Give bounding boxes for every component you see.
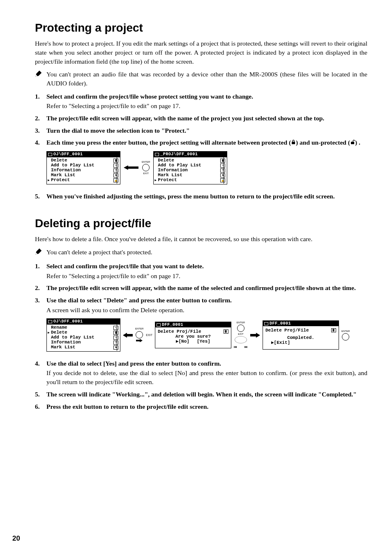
lcd-title-text: OJ\DFF_0001 xyxy=(53,319,83,324)
s1-step1: 1. Select and confirm the project/file w… xyxy=(35,92,367,111)
svg-rect-2 xyxy=(292,142,295,144)
step-number: 4. xyxy=(35,359,46,368)
svg-marker-7 xyxy=(123,333,133,338)
trash-icon: 🗑 xyxy=(331,328,336,332)
scrollbar xyxy=(224,157,226,184)
step-bold: Select and confirm the project/file whos… xyxy=(46,92,367,101)
dial-icon xyxy=(237,325,244,332)
step-number: 3. xyxy=(35,296,46,305)
lcd-item: Delete xyxy=(155,158,174,163)
lcd-item: Mark List xyxy=(48,345,75,350)
lock-closed-icon xyxy=(291,138,296,143)
section1-note: You can't protect an audio file that was… xyxy=(35,70,367,88)
enter-label: ENTER xyxy=(341,329,350,333)
section2-note: You can't delete a project that's protec… xyxy=(35,248,367,258)
lcd-delete-confirm: DFF_0001 Delete Proj/File🗑 Are you sure?… xyxy=(155,322,231,349)
page-number: 20 xyxy=(12,534,20,543)
s1-step4: 4. Each time you press the enter button,… xyxy=(35,138,367,147)
lock-open-icon xyxy=(350,138,355,143)
s2-step2: 2. The project/file edit screen will app… xyxy=(35,283,367,292)
arrow-left-icon xyxy=(124,165,138,170)
lcd-item: Rename xyxy=(48,325,67,330)
s1-step5: 5. When you've finished adjusting the se… xyxy=(35,192,367,201)
lcd-item: Information xyxy=(155,168,188,173)
step-number: 1. xyxy=(35,262,46,271)
lcd-protect-unprotected: OJ\DFF_0001 Delete🗑 Add to Play List≡ In… xyxy=(46,151,120,184)
lcd-item: Delete Proj/File xyxy=(158,329,201,334)
dial-icon xyxy=(142,164,150,171)
dial-control: ENTER xyxy=(135,327,143,343)
lcd-item: Delete Proj/File xyxy=(265,328,309,333)
step-bold: Press the exit button to return to the p… xyxy=(46,402,367,411)
lcd-delete-completed: DFF_0001 Delete Proj/File🗑 Completed. ▶[… xyxy=(263,320,339,350)
arrow-right-icon xyxy=(250,333,260,338)
step-number: 4. xyxy=(35,138,46,147)
enter-label: ENTER xyxy=(237,321,245,324)
lcd-item: Are you sure? xyxy=(175,334,211,339)
lcd-item: Completed. xyxy=(287,335,314,341)
svg-marker-8 xyxy=(136,339,143,342)
trash-icon: 🗑 xyxy=(224,329,228,334)
s1-step3: 3. Turn the dial to move the selection i… xyxy=(35,126,367,135)
lcd-item: Add to Play List xyxy=(48,163,95,168)
step-number: 1. xyxy=(35,92,46,101)
lcd-delete-menu: OJ\DFF_0001 Rename✎ Delete🗑 Add to Play … xyxy=(46,318,120,352)
note-text: You can't protect an audio file that was… xyxy=(46,70,367,88)
skip-next-icon: ⏭ xyxy=(244,345,248,349)
step-bold: Turn the dial to move the selection icon… xyxy=(46,126,367,135)
s2-step4: 4. Use the dial to select [Yes] and pres… xyxy=(35,359,367,387)
dial-icon xyxy=(342,333,349,341)
s2-step6: 6. Press the exit button to return to th… xyxy=(35,402,367,411)
text-part: ) and un-protected ( xyxy=(296,139,350,146)
step-bold: The project/file edit screen will appear… xyxy=(46,114,367,123)
section1-intro: Here's how to protect a project. If you … xyxy=(35,39,367,66)
lcd-title-text: OJ\DFF_0001 xyxy=(53,152,83,157)
enter-label: ENTER xyxy=(142,160,150,164)
lcd-item: Mark List xyxy=(48,173,75,178)
lcd-item: Add to Play List xyxy=(48,335,95,340)
lcd-item: Add to Play List xyxy=(155,163,201,168)
section2-intro: Here's how to delete a file. Once you've… xyxy=(35,235,367,244)
lcd-item: Mark List xyxy=(155,173,182,178)
exit-label: EXIT xyxy=(143,172,149,175)
pencil-note-icon xyxy=(35,248,44,258)
step-sub: If you decide not to delete, use the dia… xyxy=(46,368,367,386)
step-number: 5. xyxy=(35,390,46,399)
step-bold: When you've finished adjusting the setti… xyxy=(46,192,367,201)
text-part: Each time you press the enter button, th… xyxy=(46,139,291,146)
enter-label: ENTER xyxy=(135,327,143,330)
section1-title: Protecting a project xyxy=(35,20,367,36)
lcd-title-text: DFF_0001 xyxy=(162,322,183,327)
lcd-item-selected: Protect xyxy=(48,177,70,183)
svg-marker-4 xyxy=(124,166,138,170)
step-number: 5. xyxy=(35,192,46,201)
step-number: 2. xyxy=(35,283,46,292)
skip-prev-icon: ⏮ xyxy=(234,345,237,349)
step-bold: Use the dial to select "Delete" and pres… xyxy=(46,296,367,305)
s2-step1: 1. Select and confirm the project/file t… xyxy=(35,262,367,280)
step-bold: The project/file edit screen will appear… xyxy=(46,283,367,292)
lcd-protect-protected: _PROJ\DFF_0001 Delete🗑 Add to Play List≡… xyxy=(153,151,227,184)
step-bold: The screen will indicate "Working...", a… xyxy=(46,390,367,399)
figure-protect: OJ\DFF_0001 Delete🗑 Add to Play List≡ In… xyxy=(35,151,367,184)
step-bold: Use the dial to select [Yes] and press t… xyxy=(46,359,367,368)
s2-step3: 3. Use the dial to select "Delete" and p… xyxy=(35,296,367,314)
lcd-yes-option: [Yes] xyxy=(197,339,210,344)
svg-rect-3 xyxy=(351,142,354,144)
step-sub: A screen will ask you to confirm the Del… xyxy=(46,306,367,315)
step-number: 6. xyxy=(35,402,46,411)
s1-step2: 2. The project/file edit screen will app… xyxy=(35,114,367,123)
step-number: 3. xyxy=(35,126,46,135)
step-bold: Each time you press the enter button, th… xyxy=(46,138,367,147)
section2-title: Deleting a project/file xyxy=(35,215,367,231)
text-part: ) . xyxy=(355,139,360,146)
lcd-item-selected: Protect xyxy=(155,177,177,183)
lcd-no-option: ▶[No] xyxy=(176,339,189,344)
step-sub: Refer to "Selecting a project/file to ed… xyxy=(46,272,367,281)
arrow-left-icon xyxy=(123,333,133,338)
step-bold: Select and confirm the project/file that… xyxy=(46,262,367,271)
exit-label: EXIT xyxy=(238,332,243,336)
lcd-item: Information xyxy=(48,168,81,173)
lcd-item: Information xyxy=(48,340,81,345)
lcd-title-text: DFF_0001 xyxy=(270,321,291,326)
